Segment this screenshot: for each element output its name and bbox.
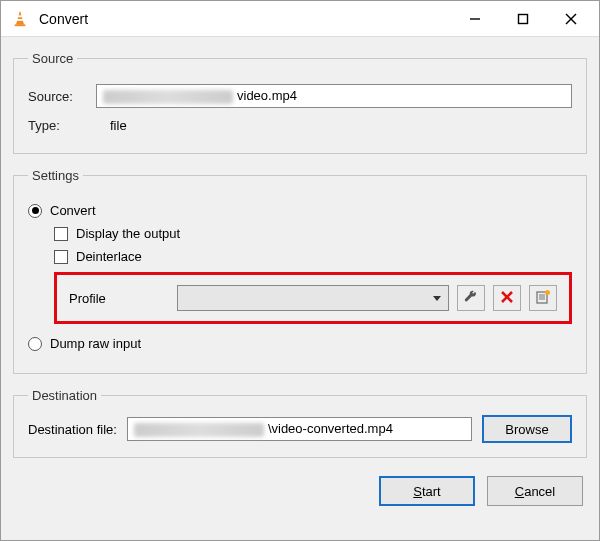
type-value: file	[110, 118, 127, 133]
deinterlace-label: Deinterlace	[76, 249, 142, 264]
destination-group: Destination Destination file: \video-con…	[13, 388, 587, 458]
svg-rect-3	[15, 24, 26, 26]
wrench-icon	[463, 289, 479, 308]
source-group: Source Source: video.mp4 Type: file	[13, 51, 587, 154]
new-profile-icon	[535, 289, 551, 308]
cancel-button-label: Cancel	[515, 484, 555, 499]
svg-point-15	[545, 290, 550, 295]
cancel-button[interactable]: Cancel	[487, 476, 583, 506]
svg-rect-5	[519, 14, 528, 23]
delete-profile-button[interactable]	[493, 285, 521, 311]
close-button[interactable]	[547, 1, 595, 36]
destination-label: Destination file:	[28, 422, 117, 437]
convert-dialog: Convert Source Source: video.mp4 Type: f…	[0, 0, 600, 541]
dump-radio-row[interactable]: Dump raw input	[28, 336, 572, 351]
display-output-checkbox-row[interactable]: Display the output	[54, 226, 572, 241]
svg-marker-8	[433, 296, 441, 301]
convert-radio-row[interactable]: Convert	[28, 203, 572, 218]
browse-button-label: Browse	[505, 422, 548, 437]
x-icon	[499, 289, 515, 308]
new-profile-button[interactable]	[529, 285, 557, 311]
svg-rect-2	[17, 19, 23, 21]
source-legend: Source	[28, 51, 77, 66]
checkbox-icon	[54, 227, 68, 241]
type-label: Type:	[28, 118, 88, 133]
dialog-footer: Start Cancel	[13, 468, 587, 510]
client-area: Source Source: video.mp4 Type: file Sett…	[1, 37, 599, 540]
chevron-down-icon	[432, 291, 442, 306]
window-title: Convert	[39, 11, 451, 27]
dump-radio-label: Dump raw input	[50, 336, 141, 351]
titlebar: Convert	[1, 1, 599, 37]
window-controls	[451, 1, 595, 36]
display-output-label: Display the output	[76, 226, 180, 241]
settings-group: Settings Convert Display the output Dein…	[13, 168, 587, 374]
start-button-label: Start	[413, 484, 440, 499]
minimize-button[interactable]	[451, 1, 499, 36]
destination-path-redacted	[134, 423, 264, 437]
checkbox-icon	[54, 250, 68, 264]
source-path-visible: video.mp4	[237, 88, 297, 103]
svg-rect-1	[18, 15, 23, 17]
edit-profile-button[interactable]	[457, 285, 485, 311]
browse-button[interactable]: Browse	[482, 415, 572, 443]
start-button[interactable]: Start	[379, 476, 475, 506]
destination-legend: Destination	[28, 388, 101, 403]
radio-icon	[28, 204, 42, 218]
source-label: Source:	[28, 89, 88, 104]
vlc-cone-icon	[11, 10, 29, 28]
source-path-redacted	[103, 90, 233, 104]
destination-input[interactable]: \video-converted.mp4	[127, 417, 472, 441]
profile-select[interactable]	[177, 285, 449, 311]
radio-icon	[28, 337, 42, 351]
maximize-button[interactable]	[499, 1, 547, 36]
convert-radio-label: Convert	[50, 203, 96, 218]
source-input[interactable]: video.mp4	[96, 84, 572, 108]
settings-legend: Settings	[28, 168, 83, 183]
destination-path-visible: \video-converted.mp4	[268, 421, 393, 436]
svg-marker-0	[16, 11, 23, 24]
profile-row-highlight: Profile	[54, 272, 572, 324]
deinterlace-checkbox-row[interactable]: Deinterlace	[54, 249, 572, 264]
profile-label: Profile	[69, 291, 169, 306]
